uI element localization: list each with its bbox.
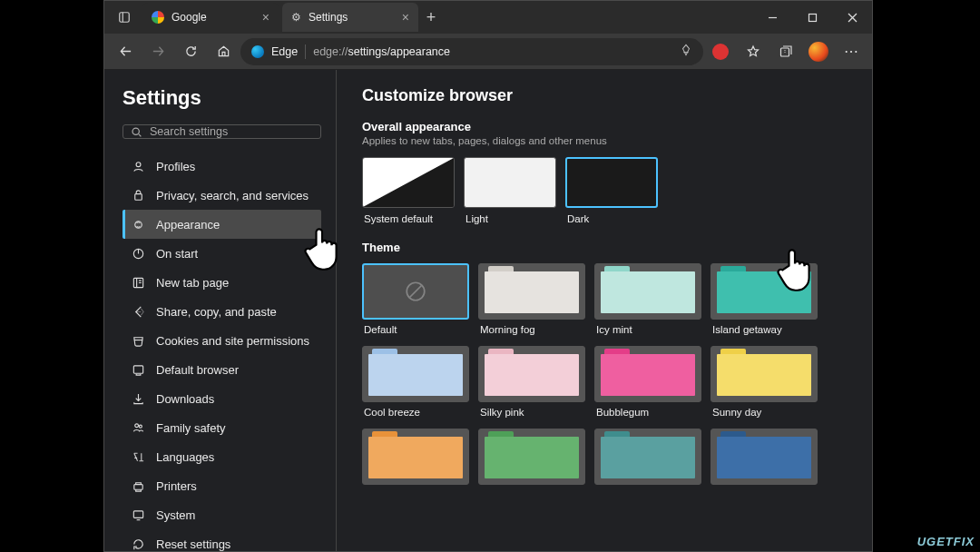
refresh-button[interactable]: [175, 37, 206, 66]
nav-label: Printers: [156, 479, 197, 493]
svg-point-3: [132, 128, 139, 134]
search-settings-input[interactable]: Search settings: [122, 124, 321, 139]
theme-option[interactable]: [478, 429, 585, 491]
appearance-label: Light: [464, 208, 556, 224]
avatar: [808, 42, 828, 62]
nav-label: Default browser: [156, 363, 239, 377]
theme-option[interactable]: [594, 429, 701, 491]
appearance-option-dark[interactable]: Dark: [565, 157, 658, 224]
content: Settings Search settings ProfilesPrivacy…: [104, 70, 872, 551]
appearance-label: Dark: [565, 208, 658, 224]
close-icon[interactable]: ×: [262, 10, 270, 25]
nav-icon: [131, 304, 145, 319]
nav-icon: [131, 449, 145, 464]
nav-icon: [131, 217, 145, 232]
sidebar-item-privacy-search-and-services[interactable]: Privacy, search, and services: [122, 181, 321, 210]
theme-thumb: [362, 263, 469, 320]
theme-label: Island getaway: [710, 320, 818, 337]
theme-option-icy-mint[interactable]: Icy mint: [594, 263, 701, 337]
theme-section-title: Theme: [362, 241, 856, 254]
new-tab-button[interactable]: +: [418, 8, 444, 27]
theme-option-sunny-day[interactable]: Sunny day: [710, 346, 818, 419]
window-controls: [752, 1, 872, 34]
tab-settings[interactable]: ⚙ Settings ×: [282, 3, 418, 32]
minimize-button[interactable]: [752, 1, 792, 34]
collections-button[interactable]: [770, 37, 801, 66]
appearance-option-sysdef[interactable]: System default: [362, 157, 455, 224]
tab-google[interactable]: Google ×: [142, 3, 279, 32]
theme-option-silky-pink[interactable]: Silky pink: [478, 346, 585, 419]
theme-label: [594, 485, 701, 491]
theme-label: Cool breeze: [362, 402, 469, 419]
theme-option-island-getaway[interactable]: Island getaway: [710, 263, 818, 337]
nav-label: Appearance: [156, 218, 220, 232]
svg-rect-13: [133, 510, 142, 518]
theme-option-cool-breeze[interactable]: Cool breeze: [362, 346, 469, 419]
close-window-button[interactable]: [832, 1, 872, 34]
theme-thumb: [594, 429, 701, 485]
sidebar-item-languages[interactable]: Languages: [122, 442, 321, 471]
theme-label: Silky pink: [478, 402, 585, 419]
maximize-button[interactable]: [792, 1, 832, 34]
nav-icon: [131, 478, 145, 493]
appearance-options: System defaultLightDark: [362, 157, 856, 224]
nav-icon: [131, 362, 145, 377]
theme-label: [710, 485, 818, 491]
nav-icon: [131, 537, 145, 551]
tab-actions-button[interactable]: [110, 3, 139, 32]
sidebar-item-appearance[interactable]: Appearance: [122, 210, 321, 239]
favorites-button[interactable]: [738, 37, 769, 66]
theme-option-bubblegum[interactable]: Bubblegum: [594, 346, 701, 419]
home-button[interactable]: [208, 37, 239, 66]
nav-icon: [131, 246, 145, 261]
sidebar-item-printers[interactable]: Printers: [122, 471, 321, 500]
sidebar-item-new-tab-page[interactable]: New tab page: [122, 268, 321, 297]
theme-option[interactable]: [362, 429, 469, 491]
svg-point-4: [136, 162, 141, 166]
sidebar-item-default-browser[interactable]: Default browser: [122, 355, 321, 384]
sidebar-item-downloads[interactable]: Downloads: [122, 384, 321, 413]
theme-label: Morning fog: [478, 320, 585, 337]
address-bar[interactable]: Edge edge://settings/appearance: [240, 38, 703, 65]
sidebar-item-cookies-and-site-permissions[interactable]: Cookies and site permissions: [122, 326, 321, 355]
theme-thumb: [362, 346, 469, 402]
sidebar-item-reset-settings[interactable]: Reset settings: [122, 529, 321, 551]
profile-button[interactable]: [803, 37, 834, 66]
tab-label: Settings: [309, 11, 348, 24]
theme-option-morning-fog[interactable]: Morning fog: [478, 263, 585, 337]
sidebar-item-on-start[interactable]: On start: [122, 239, 321, 268]
settings-nav: ProfilesPrivacy, search, and servicesApp…: [122, 152, 321, 551]
nav-icon: [131, 508, 145, 522]
browser-window: Google × ⚙ Settings × +: [103, 0, 873, 552]
nav-icon: [131, 188, 145, 202]
svg-rect-5: [134, 193, 142, 200]
theme-option[interactable]: [710, 429, 818, 491]
sidebar-item-system[interactable]: System: [122, 500, 321, 529]
nav-icon: [131, 333, 145, 348]
tab-strip: Google × ⚙ Settings × +: [104, 1, 444, 34]
svg-rect-9: [133, 365, 142, 372]
extension-button[interactable]: [705, 37, 736, 66]
tab-label: Google: [172, 11, 207, 24]
forward-button[interactable]: [142, 37, 173, 66]
nav-label: System: [156, 508, 195, 522]
sidebar-item-share-copy-and-paste[interactable]: Share, copy, and paste: [122, 297, 321, 326]
overall-appearance-title: Overall appearance: [362, 120, 856, 133]
appearance-option-light[interactable]: Light: [464, 157, 556, 224]
menu-button[interactable]: ⋯: [836, 37, 867, 66]
nav-icon: [131, 420, 145, 435]
sidebar-item-family-safety[interactable]: Family safety: [122, 413, 321, 442]
nav-label: Downloads: [156, 392, 214, 406]
read-aloud-icon[interactable]: [680, 44, 692, 59]
theme-thumb: [362, 429, 469, 485]
overall-appearance-sub: Applies to new tabs, pages, dialogs and …: [362, 135, 856, 146]
theme-option-default[interactable]: Default: [362, 263, 469, 337]
search-icon: [131, 126, 142, 138]
sidebar-item-profiles[interactable]: Profiles: [122, 152, 321, 181]
theme-thumb: [478, 346, 585, 402]
nav-icon: [131, 275, 145, 290]
separator: [305, 44, 306, 59]
back-button[interactable]: [110, 37, 141, 66]
close-icon[interactable]: ×: [402, 10, 409, 25]
theme-thumb: [710, 263, 818, 320]
